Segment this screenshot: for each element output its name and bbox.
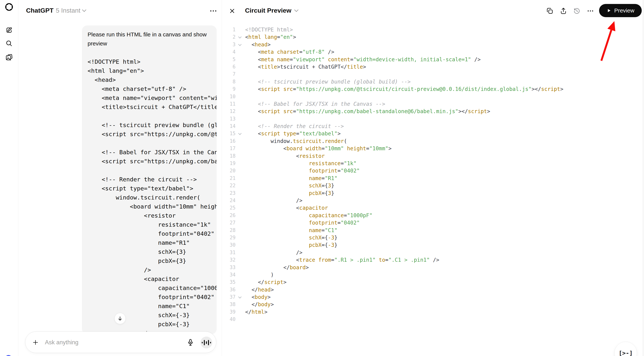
arrow-down-icon [117, 316, 123, 321]
line-number: 12 [226, 108, 236, 115]
line-number: 34 [226, 271, 236, 279]
editor-line[interactable]: 28 name="C1" [226, 227, 640, 234]
library-icon [6, 53, 13, 61]
scroll-to-bottom-button[interactable] [114, 313, 126, 324]
editor-line[interactable]: 29 schX={-3} [226, 234, 640, 241]
version-history-button[interactable] [573, 7, 580, 15]
editor-line[interactable]: 19 resistance="1k" [226, 160, 640, 167]
editor-line[interactable]: 24 /> [226, 197, 640, 204]
attach-button[interactable] [32, 339, 39, 346]
editor-line[interactable]: 33 </board> [226, 264, 640, 271]
sidebar [0, 0, 18, 356]
editor-line[interactable]: 7 [226, 70, 640, 78]
line-number: 5 [226, 56, 236, 63]
canvas-more-options-button[interactable] [586, 7, 594, 15]
code-line-text: pcbX={-3} [245, 241, 338, 249]
history-icon [573, 7, 580, 15]
share-button[interactable] [560, 7, 567, 15]
editor-line[interactable]: 2<html lang="en"> [226, 33, 640, 41]
line-number: 3 [226, 41, 236, 48]
library-button[interactable] [5, 53, 13, 61]
editor-line[interactable]: 38 </body> [226, 301, 640, 308]
chat-input[interactable] [44, 332, 181, 353]
line-number: 14 [226, 123, 236, 130]
editor-line[interactable]: 25 <capacitor [226, 204, 640, 212]
editor-line[interactable]: 23 pcbX={3} [226, 190, 640, 197]
editor-line[interactable]: 15 <script type="text/babel"> [226, 130, 640, 137]
new-chat-button[interactable] [5, 26, 13, 34]
preview-button[interactable]: Preview [599, 4, 642, 17]
editor-line[interactable]: 27 footprint="0402" [226, 219, 640, 226]
line-number: 40 [226, 316, 236, 323]
editor-line[interactable]: 6 <title>tscircuit + ChatGPT</title> [226, 63, 640, 70]
editor-line[interactable]: 4 <meta charset="utf-8" /> [226, 48, 640, 56]
code-line-text: </html> [245, 308, 268, 316]
editor-line[interactable]: 30 pcbX={-3} [226, 241, 640, 249]
code-line-text: </body> [245, 301, 274, 308]
editor-line[interactable]: 32 <trace from=".R1 > .pin1" to=".C1 > .… [226, 256, 640, 264]
line-number: 39 [226, 308, 236, 316]
chat-more-options-button[interactable] [208, 7, 218, 14]
code-line-text: </head> [245, 286, 274, 293]
code-line-text: <!DOCTYPE html> [245, 26, 293, 33]
editor-line[interactable]: 10 [226, 93, 640, 100]
fold-chevron-icon[interactable] [238, 130, 242, 137]
fold-chevron-icon[interactable] [238, 293, 242, 301]
fold-chevron-icon[interactable] [238, 33, 242, 41]
editor-line[interactable]: 11 <!-- Babel for JSX/TSX in the Canvas … [226, 100, 640, 108]
line-number: 2 [226, 33, 236, 41]
copy-code-button[interactable] [546, 7, 554, 15]
line-number: 7 [226, 70, 236, 78]
editor-line[interactable]: 12 <script src="https://unpkg.com/babel-… [226, 108, 640, 115]
editor-line[interactable]: 40 [226, 316, 640, 323]
voice-mode-button[interactable] [200, 337, 212, 349]
line-number: 37 [226, 293, 236, 301]
close-icon [228, 7, 236, 15]
line-number: 13 [226, 115, 236, 123]
editor-line[interactable]: 14 <!-- Render the circuit --> [226, 123, 640, 130]
more-options-icon [210, 10, 212, 11]
editor-line[interactable]: 21 name="R1" [226, 175, 640, 182]
editor-line[interactable]: 36 </head> [226, 286, 640, 293]
canvas-title-menu[interactable]: Circuit Preview [245, 7, 298, 14]
code-line-text: <body> [245, 293, 271, 301]
fold-chevron-icon[interactable] [238, 41, 242, 48]
code-editor[interactable]: 1<!DOCTYPE html>2<html lang="en">3 <head… [226, 26, 640, 323]
chat-app-title: ChatGPT [26, 7, 54, 14]
editor-line[interactable]: 16 window.tscircuit.render( [226, 137, 640, 145]
code-line-text: pcbX={3} [245, 190, 334, 197]
openai-logo-icon[interactable] [5, 3, 13, 11]
dictate-button[interactable] [186, 339, 194, 347]
editor-line[interactable]: 35 </script> [226, 279, 640, 286]
editor-line[interactable]: 39</html> [226, 308, 640, 316]
code-line-text: <script type="text/babel"> [245, 130, 341, 137]
editor-line[interactable]: 34 ) [226, 271, 640, 279]
canvas-close-button[interactable] [228, 7, 236, 15]
chat-composer [25, 332, 216, 353]
search-button[interactable] [5, 39, 13, 47]
scrollbar[interactable] [643, 0, 643, 356]
editor-line[interactable]: 8 <!-- tscircuit preview bundle (global … [226, 78, 640, 85]
editor-line[interactable]: 37 <body> [226, 293, 640, 301]
editor-line[interactable]: 9 <script src="https://unpkg.com/@tscirc… [226, 85, 640, 93]
editor-line[interactable]: 20 footprint="0402" [226, 167, 640, 174]
editor-line[interactable]: 26 capacitance="1000pF" [226, 212, 640, 219]
chat-header[interactable]: ChatGPT 5 Instant [26, 7, 86, 14]
editor-line[interactable]: 1<!DOCTYPE html> [226, 26, 640, 33]
editor-line[interactable]: 17 <board width="10mm" height="10mm"> [226, 145, 640, 152]
editor-line[interactable]: 31 /> [226, 249, 640, 256]
editor-line[interactable]: 18 <resistor [226, 152, 640, 160]
editor-line[interactable]: 22 schX={3} [226, 182, 640, 189]
editor-line[interactable]: 3 <head> [226, 41, 640, 48]
line-number: 23 [226, 190, 236, 197]
user-avatar[interactable] [5, 355, 12, 356]
upload-icon [560, 7, 567, 15]
canvas-title: Circuit Preview [245, 7, 292, 14]
line-number: 38 [226, 301, 236, 308]
line-number: 8 [226, 78, 236, 85]
code-line-text: ) [245, 271, 274, 279]
editor-line[interactable]: 13 [226, 115, 640, 123]
editor-line[interactable]: 5 <meta name="viewport" content="width=d… [226, 56, 640, 63]
line-number: 36 [226, 286, 236, 293]
user-message-bubble: Please run this HTML file in a canvas an… [82, 25, 217, 334]
